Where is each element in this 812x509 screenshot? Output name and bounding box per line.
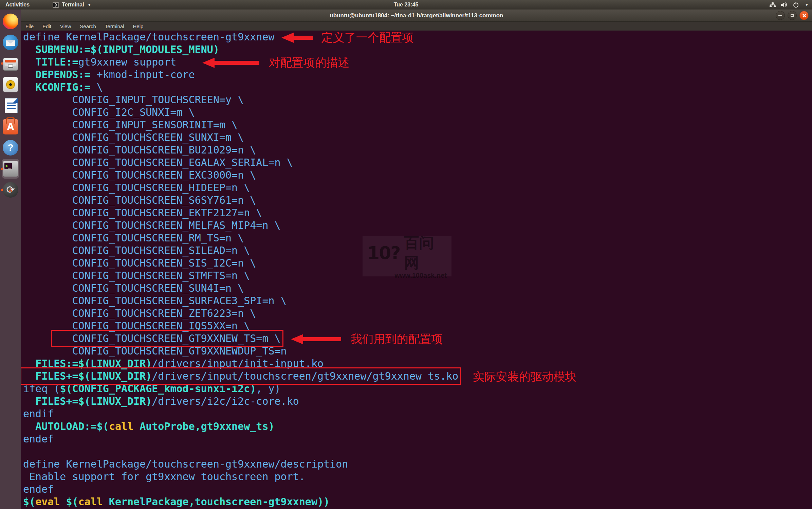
rhythmbox-icon: [3, 77, 18, 92]
code-line: endef: [23, 483, 812, 495]
window-title: ubuntu@ubuntu1804: ~/tina-d1-h/target/al…: [330, 12, 503, 19]
volume-icon: [781, 2, 788, 7]
code-line: CONFIG_INPUT_TOUCHSCREEN=y \: [23, 93, 812, 106]
watermark-brand: 百问网: [404, 233, 447, 273]
dock-item-ubuntu-software[interactable]: [0, 116, 21, 137]
code-line: AUTOLOAD:=$(call AutoProbe,gt9xxnew_ts): [23, 420, 812, 433]
menu-view[interactable]: View: [56, 23, 75, 29]
code-line: FILES+=$(LINUX_DIR)/drivers/input/touchs…: [23, 370, 812, 382]
code-line: ifeq ($(CONFIG_PACKAGE_kmod-sunxi-i2c), …: [23, 382, 812, 395]
annotation: 定义了一个配置项: [281, 31, 414, 44]
annotation-text: 我们用到的配置项: [351, 333, 443, 345]
arrow-left-icon: [281, 33, 294, 43]
clock[interactable]: Tue 23:45: [394, 2, 419, 8]
dock: >_ ⟳: [0, 10, 21, 509]
activities-button[interactable]: Activities: [0, 0, 35, 10]
dock-item-thunderbird[interactable]: [0, 32, 21, 53]
code-line: CONFIG_TOUCHSCREEN_GT9XXNEW_TS=m \我们用到的配…: [23, 332, 812, 345]
close-button[interactable]: [799, 11, 809, 20]
menu-bar: File Edit View Search Terminal Help: [21, 22, 812, 31]
firefox-icon: [3, 14, 18, 29]
code-line: CONFIG_INPUT_SENSORINIT=m \: [23, 119, 812, 131]
menu-terminal[interactable]: Terminal: [100, 23, 129, 29]
terminal-icon: >_: [3, 161, 18, 177]
highlight-box: CONFIG_TOUCHSCREEN_GT9XXNEW_TS=m \: [54, 332, 280, 344]
annotation-text: 实际安装的驱动模块: [473, 370, 576, 383]
code-line: endef: [23, 433, 812, 445]
dock-item-rhythmbox[interactable]: [0, 74, 21, 95]
code-line: CONFIG_TOUCHSCREEN_SURFACE3_SPI=n \: [23, 294, 812, 307]
network-icon: [770, 2, 776, 7]
chevron-down-icon: ▼: [88, 3, 91, 7]
arrow-left-icon: [291, 334, 303, 344]
minimize-button[interactable]: [776, 11, 785, 20]
dock-item-libreoffice-writer[interactable]: [0, 95, 21, 116]
code-line: CONFIG_TOUCHSCREEN_BU21029=n \: [23, 144, 812, 156]
code-line: define KernelPackage/touchscreen-gt9xxne…: [23, 458, 812, 470]
code-line: CONFIG_I2C_SUNXI=m \: [23, 106, 812, 119]
menu-search[interactable]: Search: [75, 23, 100, 29]
menu-file[interactable]: File: [21, 23, 38, 29]
arrow-left-icon: [202, 58, 215, 68]
annotation: 我们用到的配置项: [291, 333, 443, 345]
files-icon: [3, 58, 18, 71]
dock-item-help[interactable]: [0, 137, 21, 158]
code-line: CONFIG_TOUCHSCREEN_ZET6223=n \: [23, 307, 812, 320]
dock-item-files[interactable]: [0, 53, 21, 74]
code-line: endif: [23, 407, 812, 420]
app-menu-label: Terminal: [62, 2, 84, 8]
code-line: CONFIG_TOUCHSCREEN_S6SY761=n \: [23, 194, 812, 206]
help-icon: [3, 140, 18, 156]
code-line: FILES:=$(LINUX_DIR)/drivers/input/init-i…: [23, 357, 812, 370]
code-line: define KernelPackage/touchscreen-gt9xxne…: [23, 31, 812, 43]
dock-item-terminal[interactable]: >_: [0, 158, 21, 179]
watermark-url: www.100ask.net: [367, 272, 447, 279]
code-line: FILES+=$(LINUX_DIR)/drivers/i2c/i2c-core…: [23, 395, 812, 407]
terminal-app-icon: [53, 2, 59, 8]
annotation: 实际安装的驱动模块: [473, 370, 576, 383]
close-icon: [802, 14, 806, 18]
code-line: Enable support for gt9xxnew touchscreen …: [23, 470, 812, 483]
annotation-text: 对配置项的描述: [269, 56, 350, 69]
thunderbird-icon: [3, 35, 18, 50]
code-line: CONFIG_TOUCHSCREEN_SUN4I=n \: [23, 282, 812, 294]
code-line: [23, 445, 812, 458]
code-line: KCONFIG:= \: [23, 81, 812, 93]
code-line: CONFIG_TOUCHSCREEN_GT9XXNEWDUP_TS=n: [23, 345, 812, 357]
code-line: DEPENDS:= +kmod-input-core: [23, 68, 812, 81]
code-line: CONFIG_TOUCHSCREEN_EXC3000=n \: [23, 169, 812, 181]
code-line: CONFIG_TOUCHSCREEN_EKTF2127=n \: [23, 206, 812, 219]
window-titlebar[interactable]: ubuntu@ubuntu1804: ~/tina-d1-h/target/al…: [21, 10, 812, 22]
annotation: 对配置项的描述: [202, 56, 350, 69]
minimize-icon: [778, 15, 782, 16]
app-menu-button[interactable]: Terminal ▼: [53, 2, 91, 8]
dock-item-firefox[interactable]: [0, 11, 21, 32]
code-line: SUBMENU:=$(INPUT_MODULES_MENU): [23, 43, 812, 56]
code-line: CONFIG_TOUCHSCREEN_SUNXI=m \: [23, 131, 812, 144]
writer-icon: [5, 98, 18, 113]
code-line: CONFIG_TOUCHSCREEN_EGALAX_SERIAL=n \: [23, 156, 812, 169]
caret-down-icon: ▼: [805, 3, 809, 7]
code-line: $(eval $(call KernelPackage,touchscreen-…: [23, 495, 812, 508]
power-icon: [793, 2, 799, 8]
code-line: CONFIG_TOUCHSCREEN_IQS5XX=n \: [23, 320, 812, 332]
ubuntu-software-icon: [3, 119, 18, 134]
code-line: CONFIG_TOUCHSCREEN_MELFAS_MIP4=n \: [23, 219, 812, 232]
menu-edit[interactable]: Edit: [38, 23, 56, 29]
software-updater-icon: ⟳: [3, 182, 18, 198]
maximize-icon: [791, 14, 794, 17]
maximize-button[interactable]: [788, 11, 797, 20]
system-tray[interactable]: ▼: [770, 0, 809, 10]
dock-item-software-updater[interactable]: ⟳: [0, 179, 21, 200]
watermark-logo: 10?: [367, 243, 400, 263]
menu-help[interactable]: Help: [129, 23, 148, 29]
annotation-text: 定义了一个配置项: [321, 31, 414, 44]
code-line: CONFIG_TOUCHSCREEN_HIDEEP=n \: [23, 181, 812, 194]
system-top-bar: Activities Terminal ▼ Tue 23:45 ▼: [0, 0, 812, 10]
highlight-box: FILES+=$(LINUX_DIR)/drivers/input/touchs…: [23, 370, 458, 382]
code-line: TITLE:=gt9xxnew support对配置项的描述: [23, 56, 812, 68]
watermark: 10? 百问网 www.100ask.net: [363, 236, 451, 276]
